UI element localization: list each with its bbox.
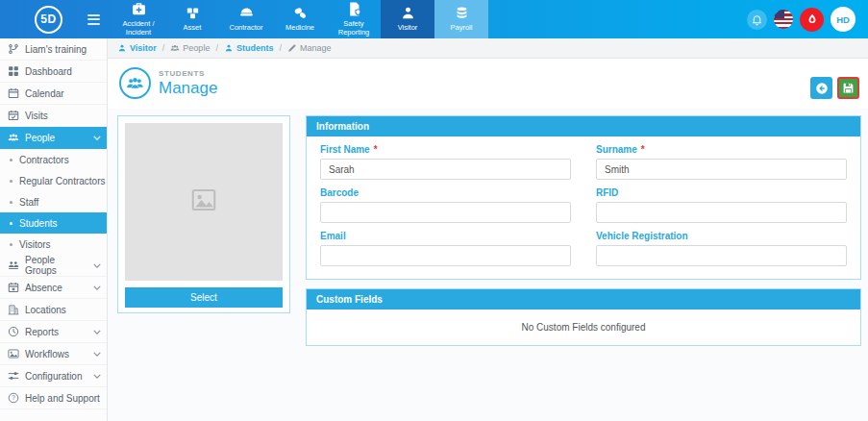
sidebar-subitem-students[interactable]: Students xyxy=(0,212,107,234)
information-panel: Information First Name*Surname*BarcodeRF… xyxy=(306,115,861,280)
select-photo-button[interactable]: Select xyxy=(125,287,283,308)
branch-icon xyxy=(8,43,19,55)
sidebar-item-absence[interactable]: Absence xyxy=(0,277,107,299)
alert-flame-icon[interactable] xyxy=(800,8,824,32)
email-input[interactable] xyxy=(320,245,571,266)
chevron-down-icon xyxy=(93,285,101,290)
field-label-text: Email xyxy=(320,231,346,241)
dashboard-icon xyxy=(8,65,19,77)
module-tab-asset[interactable]: Asset xyxy=(165,0,219,38)
pills-icon xyxy=(292,5,309,21)
first-name-input[interactable] xyxy=(320,159,571,180)
absence-icon xyxy=(8,282,19,293)
person-icon xyxy=(400,5,416,21)
configuration-icon xyxy=(8,370,19,382)
help-icon: ? xyxy=(8,392,19,404)
locations-icon xyxy=(8,304,19,315)
module-tab-accident-incident[interactable]: Accident / Incident xyxy=(112,0,165,38)
module-label: Safety Reporting xyxy=(329,19,379,37)
sidebar-item-locations[interactable]: Locations xyxy=(0,299,107,321)
module-label: Accident / Incident xyxy=(113,19,163,37)
breadcrumb-separator: / xyxy=(279,43,282,53)
visits-icon xyxy=(8,110,19,121)
app-logo: 5D xyxy=(35,0,62,38)
breadcrumb-item-manage[interactable]: Manage xyxy=(287,43,332,53)
sidebar-item-workflows[interactable]: Workflows xyxy=(0,343,107,365)
people-groups-icon xyxy=(8,260,19,271)
sidebar-item-configuration[interactable]: Configuration xyxy=(0,365,107,387)
bullet-icon xyxy=(10,159,12,161)
information-fields: First Name*Surname*BarcodeRFIDEmailVehic… xyxy=(307,136,860,279)
language-flag-icon[interactable] xyxy=(774,10,793,29)
save-button[interactable] xyxy=(837,77,859,99)
field-label-text: RFID xyxy=(596,187,618,198)
doc-shield-icon xyxy=(346,1,362,17)
avatar[interactable]: HD xyxy=(831,7,856,32)
module-tab-visitor[interactable]: Visitor xyxy=(381,0,434,38)
panels: Information First Name*Surname*BarcodeRF… xyxy=(306,115,861,421)
module-tab-safety-reporting[interactable]: Safety Reporting xyxy=(327,0,381,38)
person-icon xyxy=(117,43,127,53)
field-email: Email xyxy=(320,231,571,266)
breadcrumb-label: Students xyxy=(236,43,274,53)
field-label: Vehicle Registration xyxy=(596,231,847,241)
sidebar-item-label: Calendar xyxy=(25,88,64,99)
field-barcode: Barcode xyxy=(320,187,571,223)
sidebar-item-liam-s-training[interactable]: Liam's training xyxy=(0,38,107,61)
sidebar-subitem-regular-contractors[interactable]: Regular Contractors xyxy=(0,170,107,191)
breadcrumb: Visitor/People/Students/Manage xyxy=(108,38,868,59)
sidebar-subitem-label: Regular Contractors xyxy=(19,176,105,186)
bullet-icon xyxy=(10,201,12,204)
page-actions xyxy=(810,77,859,99)
sidebar-item-label: Reports xyxy=(25,327,59,337)
field-rfid: RFID xyxy=(596,187,847,223)
custom-fields-panel-header: Custom Fields xyxy=(307,289,860,310)
content: Select Information First Name*Surname*Ba… xyxy=(108,109,868,421)
surname-input[interactable] xyxy=(596,159,847,180)
breadcrumb-item-visitor[interactable]: Visitor xyxy=(117,43,157,53)
field-label: Surname* xyxy=(596,144,847,155)
sidebar-subitem-label: Staff xyxy=(19,197,38,208)
sidebar-item-label: Help and Support xyxy=(25,393,100,404)
chevron-down-icon xyxy=(93,374,101,379)
sidebar-subitem-contractors[interactable]: Contractors xyxy=(0,149,107,170)
sidebar-item-label: Dashboard xyxy=(25,66,72,77)
notifications-bell-icon[interactable] xyxy=(747,10,767,30)
sidebar-item-people[interactable]: People xyxy=(0,127,107,149)
sidebar-item-calendar[interactable]: Calendar xyxy=(0,83,107,105)
module-tab-medicine[interactable]: Medicine xyxy=(273,0,327,38)
module-tab-contractor[interactable]: Contractor xyxy=(219,0,273,38)
sidebar-subitem-staff[interactable]: Staff xyxy=(0,191,107,212)
field-label: Email xyxy=(320,231,571,241)
sidebar-subitem-label: Students xyxy=(19,218,57,229)
menu-toggle-icon[interactable] xyxy=(87,14,100,25)
sidebar-item-reports[interactable]: Reports xyxy=(0,321,107,343)
sidebar-item-dashboard[interactable]: Dashboard xyxy=(0,61,107,83)
sidebar-item-visits[interactable]: Visits xyxy=(0,105,107,127)
bullet-icon xyxy=(10,180,12,183)
field-label: First Name* xyxy=(320,144,571,155)
back-button[interactable] xyxy=(810,77,832,99)
sidebar-item-help-and-support[interactable]: ?Help and Support xyxy=(0,387,107,409)
breadcrumb-item-people[interactable]: People xyxy=(170,43,210,53)
sidebar-item-people-groups[interactable]: People Groups xyxy=(0,255,107,277)
vehicle-registration-input[interactable] xyxy=(596,245,847,266)
field-label-text: Barcode xyxy=(320,187,359,198)
sidebar-subitem-visitors[interactable]: Visitors xyxy=(0,234,107,255)
sidebar-item-label: People xyxy=(25,133,55,143)
module-tab-payroll[interactable]: Payroll xyxy=(434,0,488,38)
rfid-input[interactable] xyxy=(596,202,847,223)
custom-fields-empty-text: No Custom Fields configured xyxy=(307,310,860,345)
barcode-input[interactable] xyxy=(320,202,571,223)
sidebar: Liam's trainingDashboardCalendarVisitsPe… xyxy=(0,38,108,421)
asset-icon xyxy=(185,5,201,21)
breadcrumb-item-students[interactable]: Students xyxy=(224,43,274,53)
chevron-down-icon xyxy=(93,263,101,268)
page-header-left: STUDENTS Manage xyxy=(119,67,217,99)
module-label: Visitor xyxy=(398,23,418,32)
calendar-icon xyxy=(8,87,19,99)
information-panel-header: Information xyxy=(307,116,860,136)
sidebar-item-label: Liam's training xyxy=(25,44,87,55)
chevron-down-icon xyxy=(93,352,101,357)
app-window: 5D Accident / IncidentAssetContractorMed… xyxy=(0,0,868,421)
